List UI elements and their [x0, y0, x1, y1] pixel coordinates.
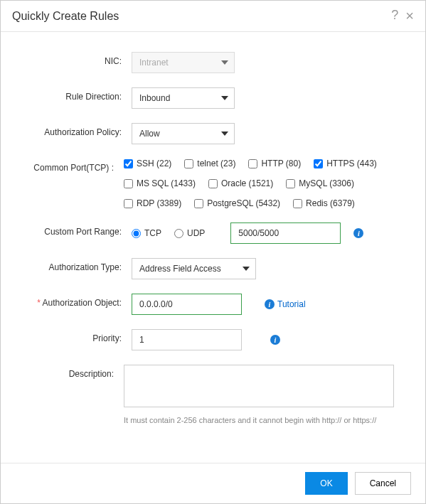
- port-checkbox-label: MySQL (3306): [299, 178, 354, 188]
- port-checkbox[interactable]: HTTP (80): [248, 159, 301, 168]
- row-nic: NIC: Intranet: [18, 52, 408, 73]
- port-checkbox-label: HTTPS (443): [326, 159, 377, 168]
- description-textarea[interactable]: [124, 365, 394, 407]
- label-nic: NIC:: [18, 52, 132, 66]
- info-icon: i: [265, 299, 275, 309]
- auth-type-select[interactable]: Address Field Access: [132, 258, 256, 279]
- port-checkbox-input[interactable]: [194, 199, 203, 208]
- radio-udp-label: UDP: [187, 228, 205, 238]
- port-checkbox-input[interactable]: [293, 199, 302, 208]
- port-checkbox-label: Redis (6379): [306, 198, 355, 208]
- port-checkbox-input[interactable]: [124, 199, 133, 208]
- row-priority: Priority: i: [18, 329, 408, 350]
- port-checkbox-input[interactable]: [286, 179, 295, 188]
- nic-select: Intranet: [132, 52, 235, 73]
- label-priority: Priority:: [18, 329, 132, 343]
- radio-tcp[interactable]: TCP: [132, 228, 161, 238]
- ports-grid: SSH (22)telnet (23)HTTP (80)HTTPS (443)M…: [124, 159, 408, 208]
- port-checkbox[interactable]: PostgreSQL (5432): [194, 198, 280, 208]
- port-checkbox-input[interactable]: [124, 159, 133, 168]
- label-rule-direction: Rule Direction:: [18, 87, 132, 102]
- row-rule-direction: Rule Direction: Inbound: [18, 87, 408, 109]
- description-hint: It must contain 2-256 characters and it …: [124, 416, 408, 424]
- port-checkbox-label: SSH (22): [137, 159, 171, 168]
- port-checkbox-label: HTTP (80): [261, 159, 301, 168]
- label-common-port: Common Port(TCP) :: [18, 159, 124, 173]
- radio-udp-input[interactable]: [174, 229, 183, 238]
- port-checkbox[interactable]: telnet (23): [184, 159, 235, 168]
- radio-tcp-label: TCP: [144, 228, 161, 238]
- port-checkbox-label: RDP (3389): [137, 198, 181, 208]
- label-auth-type: Authorization Type:: [18, 258, 132, 272]
- auth-object-input[interactable]: [132, 294, 242, 315]
- port-checkbox-input[interactable]: [314, 159, 323, 168]
- rule-direction-select[interactable]: Inbound: [132, 87, 235, 109]
- port-checkbox-label: MS SQL (1433): [137, 178, 196, 188]
- help-icon[interactable]: ?: [391, 8, 398, 24]
- label-custom-port: Custom Port Range:: [18, 222, 132, 237]
- port-checkbox-input[interactable]: [124, 179, 133, 188]
- info-icon[interactable]: i: [270, 335, 280, 345]
- port-checkbox[interactable]: Redis (6379): [293, 198, 355, 208]
- tutorial-link[interactable]: i Tutorial: [256, 299, 306, 309]
- radio-udp[interactable]: UDP: [174, 228, 205, 238]
- auth-policy-select[interactable]: Allow: [132, 123, 235, 144]
- port-checkbox[interactable]: SSH (22): [124, 159, 171, 168]
- priority-input[interactable]: [132, 329, 242, 350]
- row-auth-policy: Authorization Policy: Allow: [18, 123, 408, 144]
- dialog: Quickly Create Rules ? × NIC: Intranet R…: [0, 0, 426, 504]
- close-icon[interactable]: ×: [405, 8, 414, 24]
- dialog-title: Quickly Create Rules: [12, 10, 119, 23]
- row-description: Description: It must contain 2-256 chara…: [18, 365, 408, 424]
- radio-tcp-input[interactable]: [132, 229, 141, 238]
- port-checkbox-input[interactable]: [208, 179, 218, 188]
- label-description: Description:: [18, 365, 124, 379]
- header-actions: ? ×: [391, 8, 414, 24]
- cancel-button[interactable]: Cancel: [355, 472, 411, 495]
- dialog-body: NIC: Intranet Rule Direction: Inbound Au…: [1, 32, 425, 463]
- port-checkbox[interactable]: Oracle (1521): [208, 178, 273, 188]
- row-auth-type: Authorization Type: Address Field Access: [18, 258, 408, 279]
- label-auth-object: * Authorization Object:: [18, 294, 132, 308]
- tutorial-text: Tutorial: [277, 299, 306, 309]
- port-checkbox-label: Oracle (1521): [221, 178, 273, 188]
- port-checkbox[interactable]: RDP (3389): [124, 198, 181, 208]
- row-custom-port: Custom Port Range: TCP UDP i: [18, 222, 408, 244]
- port-checkbox[interactable]: MySQL (3306): [286, 178, 354, 188]
- info-icon[interactable]: i: [353, 228, 363, 238]
- port-checkbox[interactable]: MS SQL (1433): [124, 178, 196, 188]
- custom-port-input[interactable]: [230, 222, 341, 244]
- protocol-radio-group: TCP UDP: [132, 228, 226, 238]
- row-auth-object: * Authorization Object: i Tutorial: [18, 294, 408, 315]
- port-checkbox-input[interactable]: [248, 159, 257, 168]
- port-checkbox-label: PostgreSQL (5432): [207, 198, 280, 208]
- dialog-header: Quickly Create Rules ? ×: [1, 1, 425, 32]
- row-common-port: Common Port(TCP) : SSH (22)telnet (23)HT…: [18, 159, 408, 208]
- port-checkbox-input[interactable]: [184, 159, 193, 168]
- dialog-footer: OK Cancel: [1, 463, 425, 503]
- ok-button[interactable]: OK: [305, 472, 347, 495]
- required-mark: *: [37, 298, 41, 308]
- port-checkbox[interactable]: HTTPS (443): [314, 159, 377, 168]
- label-auth-policy: Authorization Policy:: [18, 123, 132, 137]
- port-checkbox-label: telnet (23): [197, 159, 235, 168]
- label-auth-object-text: Authorization Object:: [43, 298, 122, 308]
